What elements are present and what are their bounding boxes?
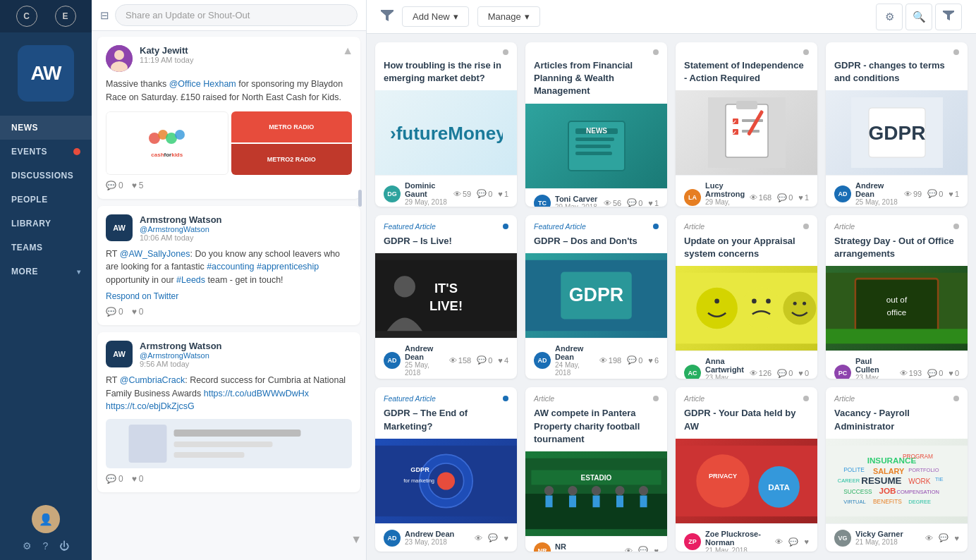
article-footer: AD Andrew Dean 23 May, 2018 👁 💬 ♥	[375, 523, 517, 552]
sidebar-item-events[interactable]: EVENTS	[0, 140, 92, 164]
like-action[interactable]: ♥ 0	[132, 474, 144, 484]
comment-count: 💬	[638, 546, 648, 552]
hashtag-accounting[interactable]: #accounting	[207, 262, 254, 272]
gear-icon: ⚙	[885, 11, 894, 23]
external-link-2[interactable]: https://t.co/ebjDkZjcsG	[106, 401, 195, 411]
user-avatar[interactable]: 👤	[32, 505, 60, 533]
hashtag-apprenticeship[interactable]: #apprenticeship	[257, 262, 319, 272]
mention-link[interactable]: @CumbriaCrack	[120, 375, 185, 385]
sidebar-nav-label: TEAMS	[11, 243, 43, 252]
articles-grid[interactable]: How troubling is the rise in emerging ma…	[367, 34, 976, 560]
svg-rect-8	[129, 425, 167, 463]
add-new-button[interactable]: Add New ▾	[402, 6, 469, 27]
comment-action[interactable]: 💬 0	[106, 181, 123, 190]
article-card[interactable]: Articles from Financial Planning & Wealt…	[525, 42, 667, 207]
article-card[interactable]: Statement of Independence - Action Requi…	[676, 42, 817, 207]
heart-icon: ♥	[948, 369, 953, 377]
sidebar-item-discussions[interactable]: DISCUSSIONS	[0, 164, 92, 188]
article-card[interactable]: Featured Article GDPR – Dos and Don'ts G…	[525, 215, 667, 379]
view-count: 👁126	[750, 369, 771, 377]
article-dot	[803, 49, 809, 55]
power-icon[interactable]: ⏻	[59, 540, 69, 552]
post-time: 9:56 AM today	[140, 360, 222, 368]
comment-count: 💬0	[627, 355, 642, 365]
mention-link[interactable]: @Office Hexham	[169, 79, 236, 89]
sidebar-item-library[interactable]: LIBRARY	[0, 212, 92, 236]
hashtag-leeds[interactable]: #Leeds	[176, 275, 205, 285]
feed-scrollable[interactable]: ▲ Katy Jewitt 11:19 AM today Massive tha…	[92, 31, 366, 560]
article-stats: 👁59 💬0 ♥1	[453, 189, 508, 198]
article-card[interactable]: Article Strategy Day - Out of Office arr…	[826, 215, 968, 379]
author-name: Andrew Dean	[405, 530, 470, 538]
mention-link[interactable]: @AW_SallyJones	[120, 249, 190, 259]
settings-icon[interactable]: ⚙	[23, 540, 32, 552]
article-card[interactable]: Article AW compete in Pantera Property c…	[525, 387, 667, 552]
sidebar-logo: AW	[18, 45, 74, 102]
filter-button[interactable]	[935, 4, 962, 30]
author-name: Andrew Dean	[855, 181, 900, 198]
author-info: Andrew Dean 24 May, 2018	[555, 344, 595, 377]
svg-rect-68	[616, 495, 623, 507]
article-card[interactable]: Article GDPR - Your Data held by AW PRIV…	[676, 387, 817, 552]
article-card[interactable]: Article Vacancy - Payroll Administrator …	[826, 387, 968, 552]
search-button[interactable]: 🔍	[905, 4, 932, 30]
svg-text:SALARY: SALARY	[873, 467, 905, 475]
article-card[interactable]: Featured Article GDPR – The End of Marke…	[375, 387, 517, 552]
sidebar-icon-e[interactable]: E	[55, 6, 76, 27]
respond-twitter-link[interactable]: Respond on Twitter	[106, 291, 352, 301]
author-date: 29 May, 2018	[405, 198, 449, 206]
article-image: out of office	[826, 266, 968, 351]
author-name: Armstrong Watson	[140, 341, 222, 351]
view-count: 👁	[775, 537, 783, 546]
article-stats: 👁56 💬0 ♥1	[604, 198, 659, 207]
eye-icon: 👁	[750, 369, 757, 377]
view-count: 👁193	[900, 369, 922, 377]
sidebar-item-teams[interactable]: TEAMS	[0, 236, 92, 260]
author-avatar: TC	[534, 195, 551, 207]
settings-button[interactable]: ⚙	[876, 4, 903, 30]
help-icon[interactable]: ?	[43, 540, 49, 552]
collapse-button[interactable]: ▲	[342, 45, 353, 56]
article-dot	[653, 396, 659, 401]
article-dot	[503, 49, 508, 55]
scroll-down-icon[interactable]: ▼	[350, 533, 362, 546]
like-action[interactable]: ♥ 5	[132, 181, 144, 190]
sidebar-item-more[interactable]: MORE ▾	[0, 260, 92, 284]
view-count: 👁	[925, 534, 933, 542]
scroll-thumb[interactable]	[358, 190, 362, 207]
sidebar-item-people[interactable]: PEOPLE	[0, 188, 92, 212]
article-header: Featured Article	[375, 215, 517, 231]
sidebar-icon-c[interactable]: C	[16, 6, 37, 27]
svg-rect-62	[545, 495, 552, 507]
article-dot	[653, 49, 659, 55]
post-actions: 💬 0 ♥ 0	[106, 307, 352, 317]
author-name: Anna Cartwright	[705, 357, 745, 374]
article-card[interactable]: GDPR - changes to terms and conditions G…	[826, 42, 968, 207]
comment-action[interactable]: 💬 0	[106, 474, 123, 484]
manage-button[interactable]: Manage ▾	[477, 6, 540, 27]
view-count: 👁168	[750, 193, 771, 202]
author-avatar: VG	[834, 530, 851, 547]
sidebar-item-news[interactable]: NEWS	[0, 116, 92, 140]
svg-text:GDPR: GDPR	[569, 284, 623, 305]
filter-icon[interactable]: ⊟	[100, 9, 109, 22]
author-avatar: NR	[534, 542, 551, 552]
scroll-indicator	[358, 190, 362, 207]
author-avatar: AD	[384, 530, 401, 547]
article-card[interactable]: Article Update on your Appraisal system …	[676, 215, 817, 379]
like-action[interactable]: ♥ 0	[132, 307, 144, 317]
external-link-1[interactable]: https://t.co/udBWWwDwHx	[204, 389, 309, 398]
chevron-down-icon: ▾	[77, 268, 81, 276]
article-card[interactable]: How troubling is the rise in emerging ma…	[375, 42, 517, 207]
sidebar-nav-label: PEOPLE	[11, 195, 48, 205]
sidebar-nav-label: EVENTS	[11, 147, 47, 157]
post-link-preview	[106, 419, 352, 468]
article-header	[676, 42, 817, 55]
filter-icon[interactable]	[381, 10, 394, 24]
article-card[interactable]: Featured Article GDPR – Is Live! IT'S LI…	[375, 215, 517, 379]
comment-action[interactable]: 💬 0	[106, 307, 123, 317]
svg-text:›futureMoney: ›futureMoney	[390, 123, 503, 144]
comment-count: 💬0	[777, 369, 793, 378]
author-name: Paul Cullen	[855, 357, 896, 374]
feed-input[interactable]: Share an Update or Shout-Out	[115, 4, 358, 26]
